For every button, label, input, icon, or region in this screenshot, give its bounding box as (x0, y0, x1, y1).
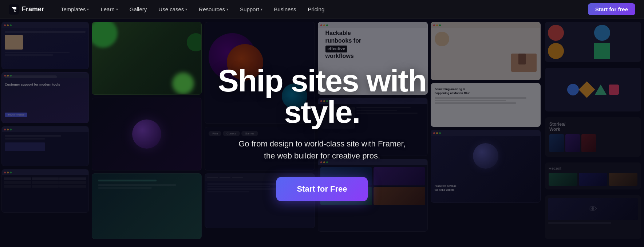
nav-item-resources[interactable]: Resources ▾ (194, 4, 233, 15)
navigation: Framer Templates ▾ Learn ▾ Gallery Use c… (0, 0, 644, 19)
nav-item-learn[interactable]: Learn ▾ (95, 4, 123, 15)
nav-item-business[interactable]: Business (269, 4, 301, 15)
hero-subtitle: Go from design to world-class site with … (182, 138, 463, 162)
nav-item-support[interactable]: Support ▾ (235, 4, 268, 15)
hero-section: Customer support for modern tools Browse… (0, 19, 644, 247)
hero-content: Ship sites with style. Go from design to… (173, 65, 471, 201)
logo[interactable]: Framer (9, 4, 44, 15)
nav-right: Start for free (588, 3, 635, 15)
nav-start-button[interactable]: Start for free (588, 3, 635, 15)
logo-text: Framer (22, 5, 44, 13)
nav-links: Templates ▾ Learn ▾ Gallery Use cases ▾ … (56, 4, 588, 15)
hero-cta-button[interactable]: Start for Free (276, 177, 367, 201)
hero-title: Ship sites with style. (182, 65, 463, 128)
chevron-down-icon: ▾ (185, 7, 187, 11)
chevron-down-icon: ▾ (226, 7, 228, 11)
nav-item-gallery[interactable]: Gallery (125, 4, 152, 15)
framer-logo-icon (9, 4, 19, 15)
nav-item-pricing[interactable]: Pricing (303, 4, 329, 15)
chevron-down-icon: ▾ (87, 7, 89, 11)
chevron-down-icon: ▾ (261, 7, 262, 11)
nav-item-usecases[interactable]: Use cases ▾ (153, 4, 192, 15)
nav-item-templates[interactable]: Templates ▾ (56, 4, 94, 15)
chevron-down-icon: ▾ (116, 7, 118, 11)
